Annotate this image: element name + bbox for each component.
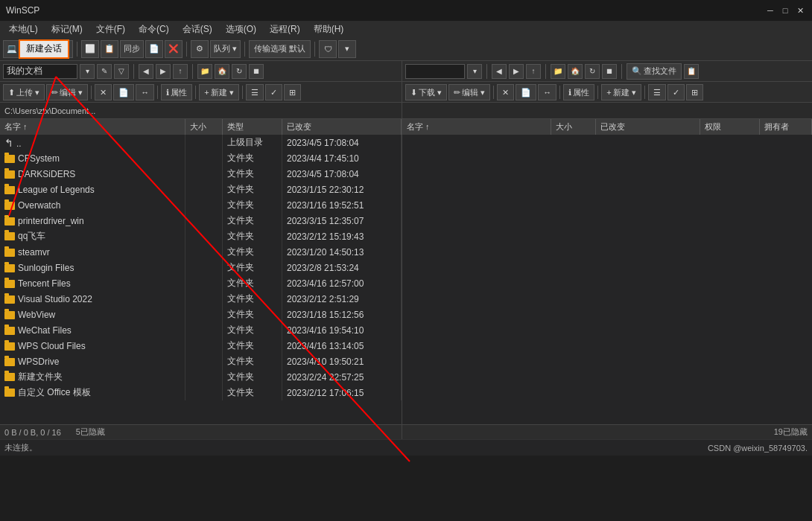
left-table-row[interactable]: printerdriver_win文件夹2023/3/15 12:35:07 — [0, 213, 402, 228]
left-check-btn[interactable]: ✓ — [265, 84, 282, 100]
left-path-edit[interactable]: ✎ — [97, 64, 112, 79]
left-copy-btn[interactable]: 📄 — [113, 84, 134, 100]
right-extra-btn[interactable]: 📋 — [684, 64, 699, 79]
left-grid-btn[interactable]: ⊞ — [284, 84, 301, 100]
left-folder-btn[interactable]: 📁 — [197, 64, 212, 79]
col-size[interactable]: 大小 — [185, 119, 223, 135]
right-home-btn[interactable]: 🏠 — [568, 64, 583, 79]
left-nav-back[interactable]: ◀ — [139, 64, 153, 79]
left-move-btn[interactable]: ↔ — [136, 84, 154, 100]
left-home-btn[interactable]: 🏠 — [215, 64, 229, 79]
left-table-row[interactable]: Tencent Files文件夹2023/4/16 12:57:00 — [0, 275, 402, 291]
right-stop-btn[interactable]: ⏹ — [602, 64, 617, 79]
right-col-size[interactable]: 大小 — [551, 119, 596, 135]
menu-remote[interactable]: 远程(R) — [264, 22, 306, 37]
left-x-btn[interactable]: ✕ — [95, 84, 112, 100]
right-move-btn[interactable]: ↔ — [538, 84, 556, 100]
left-path-dropdown[interactable]: ▾ — [80, 64, 95, 79]
toolbar-icon-6[interactable]: 🛡 — [319, 40, 337, 58]
left-table-row[interactable]: qq飞车文件夹2023/2/12 15:19:43 — [0, 228, 402, 244]
left-file-size — [185, 228, 223, 244]
left-refresh-btn[interactable]: ↻ — [232, 64, 247, 79]
left-table-row[interactable]: CFSystem文件夹2023/4/4 17:45:10 — [0, 150, 402, 166]
left-table-row[interactable]: Sunlogin Files文件夹2023/2/8 21:53:24 — [0, 260, 402, 275]
col-name[interactable]: 名字 ↑ — [0, 119, 185, 135]
queue-button[interactable]: 队列 ▾ — [210, 40, 241, 58]
toolbar-icon-3[interactable]: 📋 — [101, 40, 118, 58]
left-table-row[interactable]: steamvr文件夹2023/1/20 14:50:13 — [0, 244, 402, 260]
left-properties-button[interactable]: ℹ 属性 — [161, 84, 192, 100]
menu-mark[interactable]: 标记(M) — [45, 22, 89, 37]
right-path-dropdown[interactable]: ▾ — [467, 64, 482, 79]
right-col-name[interactable]: 名字 ↑ — [402, 119, 551, 135]
right-table-header: 名字 ↑ 大小 已改变 权限 拥有者 — [402, 119, 812, 135]
right-copy-btn[interactable]: 📄 — [516, 84, 536, 100]
settings-button[interactable]: ⚙ — [191, 40, 209, 58]
right-path-input[interactable] — [405, 64, 465, 79]
toolbar-icon-2[interactable]: ⬜ — [81, 40, 99, 58]
right-nav-back[interactable]: ◀ — [492, 64, 507, 79]
close-button[interactable]: ✕ — [794, 4, 806, 16]
sep4 — [545, 64, 546, 79]
right-refresh-btn[interactable]: ↻ — [585, 64, 600, 79]
right-x-btn[interactable]: ✕ — [497, 84, 514, 100]
status-bar: 0 B / 0 B, 0 / 16 5已隐藏 19已隐藏 — [0, 424, 812, 439]
toolbar-icon-5[interactable]: ❌ — [165, 40, 183, 58]
find-files-button[interactable]: 🔍 查找文件 — [627, 63, 682, 80]
left-nav-up[interactable]: ↑ — [173, 64, 188, 79]
minimize-button[interactable]: ─ — [764, 4, 776, 16]
left-path-input[interactable] — [3, 64, 77, 79]
col-type[interactable]: 类型 — [223, 119, 282, 135]
new-session-button[interactable]: 新建会话 — [19, 39, 69, 59]
right-col-date[interactable]: 已改变 — [596, 119, 700, 135]
left-edit-button[interactable]: ✏ 编辑 ▾ — [46, 84, 88, 100]
right-properties-button[interactable]: ℹ 属性 — [563, 84, 594, 100]
right-extra1[interactable]: ☰ — [648, 84, 666, 100]
right-check-btn[interactable]: ✓ — [667, 84, 685, 100]
menu-options[interactable]: 选项(O) — [220, 22, 262, 37]
right-nav-forward[interactable]: ▶ — [509, 64, 524, 79]
upload-button[interactable]: ⬆ 上传 ▾ — [3, 84, 45, 100]
right-col-perm[interactable]: 权限 — [700, 119, 760, 135]
right-grid-btn[interactable]: ⊞ — [686, 84, 703, 100]
left-table-row[interactable]: 新建文件夹文件夹2023/2/24 22:57:25 — [0, 369, 402, 385]
left-extra-btn1[interactable]: ☰ — [246, 84, 264, 100]
menu-file[interactable]: 文件(F) — [90, 22, 131, 37]
toolbar-icon-4[interactable]: 📄 — [145, 40, 163, 58]
left-stop-btn[interactable]: ⏹ — [249, 64, 264, 79]
menu-command[interactable]: 命令(C) — [133, 22, 175, 37]
path-bars: ▾ ✎ ▽ ◀ ▶ ↑ 📁 🏠 ↻ ⏹ ▾ ◀ ▶ ↑ 📁 🏠 ↻ ⏹ 🔍 查找… — [0, 61, 812, 82]
transfer-options[interactable]: 传输选项 默认 — [249, 40, 311, 58]
toolbar-btn-1[interactable]: 💻 新建会话 — [3, 40, 73, 58]
left-table-row[interactable]: WPS Cloud Files文件夹2023/4/16 13:14:05 — [0, 338, 402, 354]
right-col-owner[interactable]: 拥有者 — [760, 119, 812, 135]
col-date[interactable]: 已改变 — [282, 119, 402, 135]
left-table-row[interactable]: League of Legends文件夹2023/1/15 22:30:12 — [0, 182, 402, 197]
toolbar-icon-7[interactable]: ▾ — [338, 40, 356, 58]
left-new-button[interactable]: + 新建 ▾ — [199, 84, 239, 100]
right-nav-up[interactable]: ↑ — [526, 64, 541, 79]
left-table-row[interactable]: DARKSiDERS文件夹2023/4/5 17:08:04 — [0, 166, 402, 182]
download-button[interactable]: ⬇ 下载 ▾ — [405, 84, 447, 100]
right-new-button[interactable]: + 新建 ▾ — [601, 84, 641, 100]
left-file-name: CFSystem — [0, 150, 185, 166]
sync-button[interactable]: 同步 — [120, 40, 144, 58]
left-table-row[interactable]: WebView文件夹2023/1/18 15:12:56 — [0, 307, 402, 322]
left-path-filter[interactable]: ▽ — [114, 64, 129, 79]
left-table-row[interactable]: WeChat Files文件夹2023/4/16 19:54:10 — [0, 322, 402, 338]
menu-session[interactable]: 会话(S) — [177, 22, 218, 37]
left-table-row[interactable]: 自定义 Office 模板文件夹2023/2/12 17:06:15 — [0, 385, 402, 400]
right-folder-btn[interactable]: 📁 — [551, 64, 565, 79]
maximize-button[interactable]: □ — [779, 4, 791, 16]
left-table-row[interactable]: ↰..上级目录2023/4/5 17:08:04 — [0, 135, 402, 150]
left-file-type: 文件夹 — [223, 307, 282, 322]
left-file-name: Sunlogin Files — [0, 260, 185, 275]
left-nav-forward[interactable]: ▶ — [156, 64, 171, 79]
left-table-row[interactable]: WPSDrive文件夹2023/4/10 19:50:21 — [0, 354, 402, 369]
left-table-row[interactable]: Visual Studio 2022文件夹2023/2/12 2:51:29 — [0, 291, 402, 307]
menu-local[interactable]: 本地(L) — [3, 22, 44, 37]
right-edit-button[interactable]: ✏ 编辑 ▾ — [448, 84, 490, 100]
left-table-row[interactable]: Overwatch文件夹2023/1/16 19:52:51 — [0, 197, 402, 213]
menu-help[interactable]: 帮助(H) — [308, 22, 350, 37]
left-file-type: 文件夹 — [223, 213, 282, 228]
